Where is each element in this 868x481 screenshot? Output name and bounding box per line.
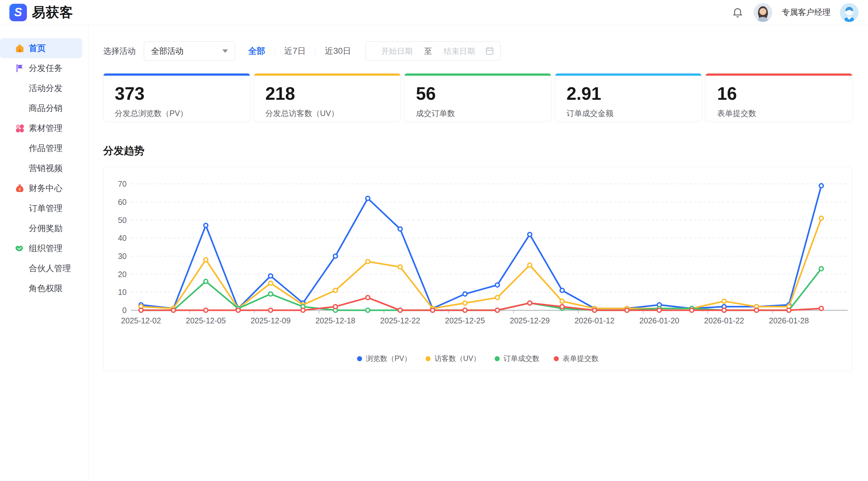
- trend-section-title: 分发趋势: [103, 144, 852, 158]
- svg-text:2026-01-20: 2026-01-20: [640, 316, 679, 325]
- sidebar-item[interactable]: 合伙人管理: [0, 258, 89, 278]
- sidebar-item[interactable]: 组织管理: [0, 238, 89, 258]
- svg-text:2025-12-25: 2025-12-25: [445, 316, 485, 325]
- card-accent-bar: [706, 73, 852, 76]
- range-divider: [315, 46, 315, 56]
- start-date-input[interactable]: 开始日期: [371, 46, 423, 56]
- user-avatar[interactable]: [840, 3, 859, 22]
- legend-label: 表单提交数: [562, 354, 598, 363]
- svg-text:50: 50: [118, 216, 127, 224]
- stat-value: 56: [416, 85, 551, 103]
- svg-text:60: 60: [118, 198, 127, 206]
- stat-value: 218: [266, 85, 401, 103]
- main-content: 选择活动 全部活动 全部近7日近30日 开始日期 至 结束日期 373分发总浏览…: [89, 25, 868, 481]
- stat-label: 成交订单数: [416, 108, 551, 119]
- end-date-input[interactable]: 结束日期: [434, 46, 485, 56]
- sidebar-item[interactable]: ¥财务中心: [0, 178, 89, 198]
- legend-item[interactable]: 订单成交数: [495, 354, 539, 363]
- sidebar-item-label: 财务中心: [29, 183, 63, 194]
- card-accent-bar: [254, 73, 401, 76]
- legend-item[interactable]: 表单提交数: [554, 354, 598, 363]
- card-accent-bar: [103, 73, 250, 76]
- filter-bar: 选择活动 全部活动 全部近7日近30日 开始日期 至 结束日期: [103, 41, 852, 61]
- card-accent-bar: [555, 73, 702, 76]
- sidebar-item[interactable]: 作品管理: [0, 138, 89, 158]
- sidebar-item[interactable]: 素材管理: [0, 118, 89, 138]
- top-header: S 易获客 专属客户经理: [0, 0, 868, 25]
- app-brand-title: 易获客: [32, 3, 73, 22]
- svg-text:0: 0: [122, 306, 127, 314]
- sidebar-item[interactable]: 首页: [0, 38, 82, 58]
- sidebar-item-label: 组织管理: [29, 243, 63, 254]
- activity-select-value: 全部活动: [151, 46, 222, 57]
- date-range-separator: 至: [423, 46, 434, 56]
- sidebar-item-label: 角色权限: [29, 283, 63, 294]
- trend-chart-panel: 0102030405060702025-12-022025-12-052025-…: [103, 167, 852, 371]
- svg-text:2026-01-28: 2026-01-28: [769, 316, 809, 325]
- sidebar-item-label: 商品分销: [29, 102, 63, 114]
- app-logo-icon: S: [9, 4, 27, 21]
- date-range-picker[interactable]: 开始日期 至 结束日期: [366, 41, 501, 61]
- svg-text:2026-01-12: 2026-01-12: [575, 316, 614, 325]
- sidebar-item-label: 首页: [29, 42, 45, 54]
- clover-icon: [14, 123, 25, 133]
- stat-label: 表单提交数: [717, 108, 852, 119]
- legend-item[interactable]: 访客数（UV）: [426, 354, 480, 363]
- range-tab[interactable]: 近30日: [325, 46, 351, 57]
- svg-text:2025-12-05: 2025-12-05: [186, 316, 226, 325]
- sidebar-item[interactable]: 营销视频: [0, 158, 89, 178]
- sidebar-item[interactable]: 角色权限: [0, 278, 89, 298]
- range-tab[interactable]: 近7日: [284, 46, 306, 57]
- calendar-icon: [485, 46, 495, 56]
- sidebar-item[interactable]: 订单管理: [0, 198, 89, 218]
- svg-text:2025-12-02: 2025-12-02: [121, 316, 161, 325]
- legend-dot: [357, 356, 362, 361]
- sidebar-item-label: 营销视频: [29, 162, 63, 174]
- svg-text:70: 70: [118, 180, 127, 188]
- legend-label: 访客数（UV）: [434, 354, 480, 363]
- stat-card: 2.91订单成交金额: [555, 73, 702, 121]
- svg-text:2025-12-22: 2025-12-22: [380, 316, 420, 325]
- chevron-down-icon: [222, 50, 228, 53]
- svg-text:10: 10: [118, 288, 127, 297]
- stat-label: 分发总浏览数（PV）: [115, 108, 250, 119]
- range-divider: [275, 46, 275, 56]
- sidebar-nav: 首页分发任务活动分发商品分销素材管理作品管理营销视频¥财务中心订单管理分佣奖励组…: [0, 25, 89, 481]
- svg-text:¥: ¥: [19, 187, 21, 192]
- activity-select-label: 选择活动: [103, 46, 136, 57]
- svg-text:40: 40: [118, 234, 127, 242]
- svg-text:2025-12-29: 2025-12-29: [510, 316, 550, 325]
- svg-text:20: 20: [118, 270, 127, 279]
- stat-label: 订单成交金额: [566, 108, 702, 119]
- legend-dot: [426, 356, 431, 361]
- sidebar-item-label: 订单管理: [29, 203, 63, 214]
- quick-ranges: 全部近7日近30日: [248, 46, 351, 57]
- sidebar-item-label: 分发任务: [29, 63, 63, 74]
- legend-item[interactable]: 浏览数（PV）: [357, 354, 411, 363]
- sidebar-item-label: 分佣奖励: [29, 223, 63, 234]
- svg-text:2026-01-22: 2026-01-22: [704, 316, 744, 325]
- handshake-icon: [14, 243, 25, 253]
- svg-text:2025-12-09: 2025-12-09: [250, 316, 290, 325]
- notification-bell-icon[interactable]: [731, 6, 744, 19]
- stat-card: 16表单提交数: [705, 73, 852, 121]
- sidebar-item[interactable]: 商品分销: [0, 98, 89, 118]
- legend-dot: [495, 356, 500, 361]
- sidebar-item-label: 活动分发: [29, 83, 63, 94]
- stat-card: 56成交订单数: [404, 73, 551, 121]
- stat-cards: 373分发总浏览数（PV）218分发总访客数（UV）56成交订单数2.91订单成…: [103, 73, 852, 121]
- manager-avatar[interactable]: [753, 3, 772, 22]
- user-role-label: 专属客户经理: [782, 7, 831, 18]
- stat-label: 分发总访客数（UV）: [266, 108, 401, 119]
- sidebar-item-label: 作品管理: [29, 143, 63, 154]
- activity-select[interactable]: 全部活动: [144, 41, 235, 61]
- legend-label: 订单成交数: [503, 354, 539, 363]
- legend-dot: [554, 356, 559, 361]
- svg-text:30: 30: [118, 252, 127, 261]
- sidebar-item[interactable]: 分佣奖励: [0, 218, 89, 238]
- sidebar-item[interactable]: 分发任务: [0, 58, 89, 78]
- stat-value: 2.91: [566, 85, 702, 103]
- stat-value: 16: [717, 85, 852, 103]
- sidebar-item[interactable]: 活动分发: [0, 78, 89, 98]
- range-tab[interactable]: 全部: [248, 46, 265, 57]
